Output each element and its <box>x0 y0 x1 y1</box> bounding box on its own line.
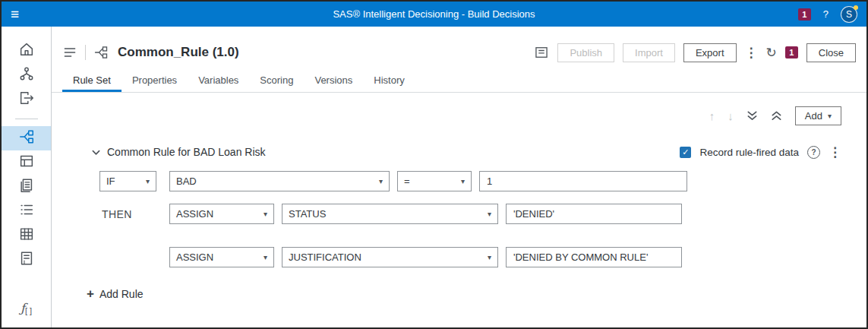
record-rule-fired-checkbox[interactable]: ✓ <box>680 147 691 158</box>
then-keyword-label: THEN <box>99 208 132 220</box>
expand-all-icon[interactable] <box>746 110 758 122</box>
rule-row-if: IF ▾ BAD ▾ = ▾ <box>99 171 841 191</box>
tab-versions[interactable]: Versions <box>304 70 363 92</box>
caret-down-icon: ▾ <box>488 210 491 218</box>
app-title: SAS® Intelligent Decisioning - Build Dec… <box>2 8 866 20</box>
documents-icon <box>18 177 35 197</box>
operand-dropdown[interactable]: BAD ▾ <box>169 171 390 191</box>
avatar[interactable]: S <box>841 6 857 23</box>
left-rail: ƒ[ ] <box>2 27 52 327</box>
avatar-initial: S <box>846 9 852 20</box>
help-circle-icon[interactable]: ? <box>807 146 820 159</box>
page-header: Common_Rule (1.0) Publish Import Export … <box>52 36 866 69</box>
app-window: ≡ SAS® Intelligent Decisioning - Build D… <box>0 0 868 329</box>
side-panel-icon[interactable] <box>534 45 549 60</box>
rule-title: Common Rule for BAD Loan Risk <box>107 146 266 158</box>
import-button[interactable]: Import <box>623 43 675 62</box>
rules-toolbar: ↑ ↓ Add ▾ <box>87 106 841 125</box>
sidebar-item-treatments[interactable] <box>2 150 51 175</box>
sidebar-item-flows[interactable] <box>2 63 51 87</box>
add-rule-button[interactable]: + Add Rule <box>87 287 144 300</box>
operator-dropdown[interactable]: = ▾ <box>397 171 472 191</box>
plus-icon: + <box>87 287 94 300</box>
list-icon <box>18 201 35 221</box>
table-icon <box>18 226 35 245</box>
assign-target-dropdown[interactable]: STATUS ▾ <box>282 204 498 224</box>
collapse-all-icon[interactable] <box>771 110 782 122</box>
home-icon <box>18 41 35 61</box>
app-bar: ≡ SAS® Intelligent Decisioning - Build D… <box>2 2 866 27</box>
tab-bar: Rule Set Properties Variables Scoring Ve… <box>52 69 866 93</box>
list-toggle-icon[interactable] <box>62 45 77 60</box>
caret-down-icon: ▾ <box>828 112 832 120</box>
tab-variables[interactable]: Variables <box>188 70 249 92</box>
chevron-down-icon <box>92 145 100 159</box>
notification-badge[interactable]: 1 <box>798 8 811 21</box>
caret-down-icon: ▾ <box>146 177 150 185</box>
help-icon[interactable]: ? <box>823 8 829 20</box>
refresh-count-badge[interactable]: 1 <box>785 46 798 59</box>
action-dropdown[interactable]: ASSIGN ▾ <box>169 247 274 267</box>
sidebar-item-lists[interactable] <box>2 199 51 223</box>
caret-down-icon: ▾ <box>461 177 465 185</box>
publish-icon <box>18 90 35 109</box>
page-title: Common_Rule (1.0) <box>118 45 239 60</box>
move-up-icon[interactable]: ↑ <box>709 110 715 122</box>
tab-rule-set[interactable]: Rule Set <box>62 70 122 92</box>
caret-down-icon: ▾ <box>379 177 383 185</box>
notes-icon <box>18 250 35 270</box>
rule-set-icon <box>18 128 35 148</box>
assign-target-dropdown[interactable]: JUSTIFICATION ▾ <box>282 247 498 267</box>
rule-set-content: ↑ ↓ Add ▾ <box>52 93 866 327</box>
treatments-icon <box>18 153 35 172</box>
sidebar-item-documents[interactable] <box>2 175 51 199</box>
sidebar-item-rule-sets[interactable] <box>2 126 51 150</box>
more-options-icon[interactable]: ⋮ <box>745 46 758 59</box>
rule-options-icon[interactable]: ⋮ <box>829 146 841 159</box>
if-keyword-dropdown[interactable]: IF ▾ <box>99 171 156 191</box>
sidebar-item-home[interactable] <box>2 39 51 63</box>
add-button[interactable]: Add ▾ <box>795 106 841 125</box>
rule-header: Common Rule for BAD Loan Risk ✓ Record r… <box>87 145 841 159</box>
avatar-status-dot <box>854 5 858 10</box>
export-button[interactable]: Export <box>683 43 737 62</box>
action-dropdown[interactable]: ASSIGN ▾ <box>169 204 274 224</box>
rule-row-then-1: THEN ASSIGN ▾ STATUS ▾ <box>99 204 841 224</box>
caret-down-icon: ▾ <box>488 253 491 261</box>
header-separator <box>85 45 86 60</box>
functions-icon: ƒ[ ] <box>21 301 32 315</box>
rule-row-then-2: ASSIGN ▾ JUSTIFICATION ▾ <box>99 247 841 267</box>
close-button[interactable]: Close <box>806 43 856 62</box>
rule-rows: IF ▾ BAD ▾ = ▾ <box>99 171 841 267</box>
sidebar-item-lookup-tables[interactable] <box>2 223 51 248</box>
condition-value-input[interactable] <box>479 171 687 191</box>
publish-button[interactable]: Publish <box>557 43 614 62</box>
rule-set-type-icon <box>93 45 109 60</box>
tab-history[interactable]: History <box>363 70 415 92</box>
sidebar-item-publish[interactable] <box>2 87 51 112</box>
flow-icon <box>18 65 35 85</box>
caret-down-icon: ▾ <box>264 210 267 218</box>
main-area: Common_Rule (1.0) Publish Import Export … <box>52 27 866 327</box>
caret-down-icon: ▾ <box>264 253 267 261</box>
assign-value-input[interactable] <box>506 204 682 224</box>
tab-scoring[interactable]: Scoring <box>249 70 304 92</box>
sidebar-item-notes[interactable] <box>2 248 51 272</box>
refresh-icon[interactable]: ↻ <box>766 46 777 59</box>
sidebar-item-functions[interactable]: ƒ[ ] <box>2 296 51 320</box>
rail-divider <box>15 119 38 119</box>
add-rule-label: Add Rule <box>99 288 144 300</box>
record-rule-fired-label: Record rule-fired data <box>699 147 799 158</box>
assign-value-input[interactable] <box>506 247 682 267</box>
rule-collapse-toggle[interactable]: Common Rule for BAD Loan Risk <box>92 145 266 159</box>
move-down-icon[interactable]: ↓ <box>728 110 734 122</box>
tab-properties[interactable]: Properties <box>122 70 188 92</box>
